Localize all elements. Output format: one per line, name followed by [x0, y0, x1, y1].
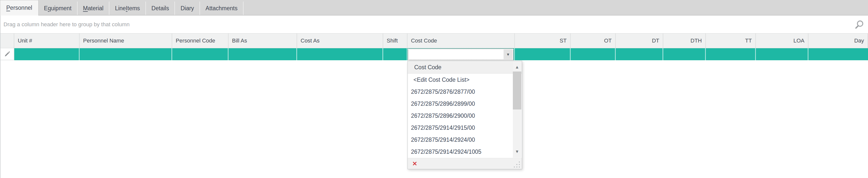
personnel-grid-screen: Personnel Equipment Material Line Items … — [0, 0, 868, 178]
cell-dt[interactable] — [616, 48, 663, 60]
column-header-bill-as[interactable]: Bill As — [228, 34, 297, 48]
combo-editor: ▼ — [408, 48, 514, 60]
triangle-down-icon[interactable]: ▼ — [513, 149, 521, 154]
column-header-cost-code[interactable]: Cost Code — [407, 34, 515, 48]
dropdown-item-edit-cost-code-list[interactable]: <Edit Cost Code List> — [408, 74, 512, 86]
cell-day[interactable] — [808, 48, 868, 60]
cell-dth[interactable] — [663, 48, 706, 60]
column-header-loa[interactable]: LOA — [756, 34, 808, 48]
cell-bill-as[interactable] — [228, 48, 297, 60]
column-header-personnel-code[interactable]: Personnel Code — [172, 34, 228, 48]
group-by-panel[interactable]: Drag a column header here to group by th… — [0, 15, 868, 34]
cell-st[interactable] — [515, 48, 571, 60]
group-by-hint: Drag a column header here to group by th… — [3, 21, 130, 28]
column-header-st[interactable]: ST — [515, 34, 571, 48]
dropdown-item-2672-2875-2914-2924-1005[interactable]: 2672/2875/2914/2924/1005 — [408, 146, 512, 158]
column-header-day[interactable]: Day — [808, 34, 868, 48]
header-row: Unit #Personnel NamePersonnel CodeBill A… — [0, 34, 868, 48]
cell-cost-code[interactable]: ▼ — [407, 48, 515, 60]
column-header-dt[interactable]: DT — [616, 34, 663, 48]
cell-personnel-name[interactable] — [80, 48, 172, 60]
dropdown-item-2672-2875-2914-2915-00[interactable]: 2672/2875/2914/2915/00 — [408, 122, 512, 134]
grip-dots-icon — [514, 162, 520, 168]
cell-tt[interactable] — [706, 48, 756, 60]
chevron-down-icon: ▼ — [506, 52, 510, 56]
tab-equipment[interactable]: Equipment — [38, 1, 78, 15]
dropdown-list: <Edit Cost Code List>2672/2875/2876/2877… — [408, 74, 512, 158]
cost-code-editor-input[interactable] — [408, 49, 503, 60]
tab-bar: Personnel Equipment Material Line Items … — [0, 0, 868, 15]
tab-diary[interactable]: Diary — [175, 1, 200, 15]
dropdown-column-header: Cost Code — [408, 61, 522, 73]
dropdown-item-2672-2875-2896-2900-00[interactable]: 2672/2875/2896/2900/00 — [408, 110, 512, 122]
dropdown-scrollbar[interactable]: ▲ ▼ — [513, 62, 521, 158]
dropdown-open-button[interactable]: ▼ — [503, 49, 513, 59]
dropdown-item-2672-2875-2914-2924-00[interactable]: 2672/2875/2914/2924/00 — [408, 134, 512, 146]
tab-details[interactable]: Details — [146, 1, 175, 15]
cell-unit[interactable] — [14, 48, 80, 60]
cell-loa[interactable] — [756, 48, 808, 60]
column-header-personnel-name[interactable]: Personnel Name — [80, 34, 172, 48]
magnifier-icon — [855, 20, 864, 29]
indicator-column-header — [0, 34, 14, 48]
triangle-up-icon[interactable]: ▲ — [513, 65, 521, 69]
dropdown-item-2672-2875-2876-2877-00[interactable]: 2672/2875/2876/2877/00 — [408, 86, 512, 98]
cell-cost-as[interactable] — [297, 48, 383, 60]
personnel-grid: Drag a column header here to group by th… — [0, 15, 868, 178]
cell-ot[interactable] — [571, 48, 616, 60]
personnel-row: ▼ — [0, 48, 868, 60]
row-indicator-cell — [0, 48, 14, 60]
clear-button[interactable]: ✕ — [412, 161, 417, 167]
x-icon: ✕ — [412, 160, 417, 167]
tab-line-items[interactable]: Line Items — [110, 1, 146, 15]
column-header-shift[interactable]: Shift — [383, 34, 407, 48]
search-button[interactable] — [855, 20, 865, 30]
column-header-unit[interactable]: Unit # — [14, 34, 80, 48]
column-header-cost-as[interactable]: Cost As — [297, 34, 383, 48]
cost-code-dropdown: Cost Code <Edit Cost Code List>2672/2875… — [407, 61, 522, 169]
column-header-ot[interactable]: OT — [571, 34, 616, 48]
cell-personnel-code[interactable] — [172, 48, 228, 60]
scrollbar-thumb[interactable] — [513, 71, 521, 109]
dropdown-footer: ✕ — [408, 158, 522, 169]
resize-grip[interactable] — [513, 161, 520, 168]
tab-material[interactable]: Material — [78, 1, 110, 15]
dropdown-item-2672-2875-2896-2899-00[interactable]: 2672/2875/2896/2899/00 — [408, 98, 512, 110]
tab-attachments[interactable]: Attachments — [200, 1, 244, 15]
pencil-icon — [4, 51, 10, 57]
column-header-tt[interactable]: TT — [706, 34, 756, 48]
tab-personnel[interactable]: Personnel — [0, 0, 38, 15]
column-header-dth[interactable]: DTH — [663, 34, 706, 48]
cell-shift[interactable] — [383, 48, 407, 60]
